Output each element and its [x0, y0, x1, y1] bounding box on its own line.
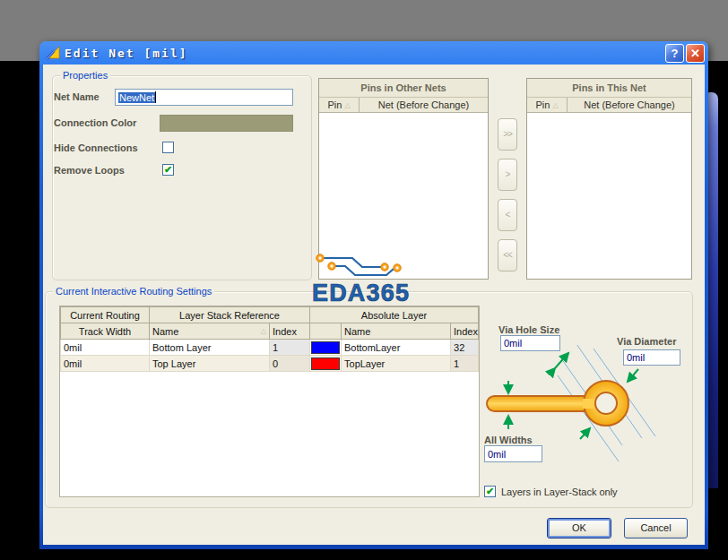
help-button[interactable]: ? — [665, 44, 684, 63]
ok-button[interactable]: OK — [547, 518, 611, 538]
pins-this-net-title: Pins in This Net — [527, 79, 691, 98]
track-width-header: Track Width — [61, 323, 150, 340]
ref-name-cell[interactable]: Bottom Layer — [150, 340, 270, 356]
ref-name-cell[interactable]: Top Layer — [150, 356, 270, 372]
track-shape — [487, 396, 599, 411]
edit-net-dialog: Edit Net [mil] ? ✕ Properties Net Name N… — [39, 41, 708, 549]
track-width-cell[interactable]: 0mil — [61, 340, 150, 356]
abs-index-cell[interactable]: 32 — [451, 340, 479, 356]
sort-icon: △ — [344, 101, 350, 109]
layer-color-swatch — [311, 341, 340, 354]
ref-name-label: Name — [152, 326, 178, 337]
dialog-client-area: Properties Net Name NewNet Connection Co… — [43, 65, 705, 545]
text-caret — [155, 91, 156, 103]
ref-index-cell[interactable]: 0 — [270, 356, 310, 372]
pins-this-net-columns: Pin △ Net (Before Change) — [527, 98, 691, 113]
abs-name-header: Name — [342, 323, 451, 340]
pins-other-nets-title: Pins in Other Nets — [319, 79, 488, 98]
edit-net-icon — [45, 45, 61, 61]
sort-icon: △ — [261, 327, 266, 335]
remove-loops-label: Remove Loops — [54, 165, 125, 176]
layers-in-stack-label: Layers in Layer-Stack only — [501, 487, 618, 497]
pins-this-net-list[interactable] — [527, 113, 691, 279]
table-group-header-row: Current Routing Layer Stack Reference Ab… — [61, 307, 479, 323]
pins-other-nets-columns: Pin △ Net (Before Change) — [319, 98, 488, 113]
remove-loops-checkbox[interactable]: ✔ — [162, 164, 174, 176]
title-bar[interactable]: Edit Net [mil] ? ✕ — [39, 41, 708, 65]
net-name-input[interactable]: NewNet — [115, 89, 293, 106]
move-left-button[interactable]: < — [498, 199, 517, 231]
layer-color-header — [310, 323, 342, 340]
connection-color-swatch[interactable] — [160, 115, 293, 132]
track-width-cell[interactable]: 0mil — [61, 356, 150, 372]
abs-index-cell[interactable]: 1 — [451, 356, 479, 372]
pin-column-label: Pin — [535, 99, 550, 110]
pin-column-label: Pin — [327, 99, 342, 110]
desktop-background: Edit Net [mil] ? ✕ Properties Net Name N… — [0, 0, 728, 560]
ref-name-header[interactable]: Name △ — [150, 323, 270, 340]
ref-index-header: Index — [270, 323, 310, 340]
table-row: 0mil Top Layer 0 TopLayer 1 — [61, 356, 479, 372]
pins-this-net-panel: Pins in This Net Pin △ Net (Before Chang… — [526, 78, 692, 280]
layer-color-cell[interactable] — [310, 356, 342, 372]
sort-icon: △ — [552, 101, 558, 109]
abs-name-cell[interactable]: BottomLayer — [342, 340, 451, 356]
pin-column-header[interactable]: Pin △ — [319, 98, 360, 112]
pin-column-header[interactable]: Pin △ — [527, 98, 568, 112]
hide-connections-label: Hide Connections — [54, 142, 138, 153]
via-hole-size-label: Via Hole Size — [498, 324, 559, 335]
window-title: Edit Net [mil] — [65, 47, 663, 60]
layers-in-stack-checkbox[interactable]: ✔ — [484, 486, 496, 497]
abs-name-cell[interactable]: TopLayer — [342, 356, 451, 372]
net-column-header[interactable]: Net (Before Change) — [360, 98, 488, 112]
absolute-layer-header: Absolute Layer — [310, 307, 479, 323]
cancel-button[interactable]: Cancel — [624, 518, 688, 538]
net-column-header[interactable]: Net (Before Change) — [568, 98, 691, 112]
move-right-button[interactable]: > — [498, 159, 517, 191]
layer-color-cell[interactable] — [310, 340, 342, 356]
layer-color-swatch — [311, 358, 340, 370]
table-sub-header-row: Track Width Name △ Index Name Index — [61, 323, 479, 340]
connection-color-label: Connection Color — [54, 117, 136, 128]
via-illustration — [480, 345, 668, 466]
ref-index-cell[interactable]: 1 — [270, 340, 310, 356]
move-all-left-button[interactable]: << — [498, 239, 517, 271]
layer-stack-reference-header: Layer Stack Reference — [150, 307, 310, 323]
routing-settings-table: Current Routing Layer Stack Reference Ab… — [59, 306, 480, 497]
pins-other-nets-panel: Pins in Other Nets Pin △ Net (Before Cha… — [318, 78, 489, 280]
table-row: 0mil Bottom Layer 1 BottomLayer 32 — [61, 340, 479, 356]
properties-group-label: Properties — [60, 70, 110, 81]
net-name-value: NewNet — [118, 92, 155, 103]
via-hole-shape — [595, 392, 617, 414]
routing-settings-group-label: Current Interactive Routing Settings — [53, 286, 214, 297]
abs-index-header: Index — [451, 323, 479, 340]
move-all-right-button[interactable]: >> — [498, 118, 517, 151]
pins-other-nets-list[interactable] — [319, 113, 488, 279]
net-name-label: Net Name — [54, 91, 100, 102]
current-routing-header: Current Routing — [61, 307, 150, 323]
close-button[interactable]: ✕ — [686, 44, 705, 63]
properties-group: Properties — [52, 75, 312, 280]
hide-connections-checkbox[interactable] — [162, 142, 174, 153]
